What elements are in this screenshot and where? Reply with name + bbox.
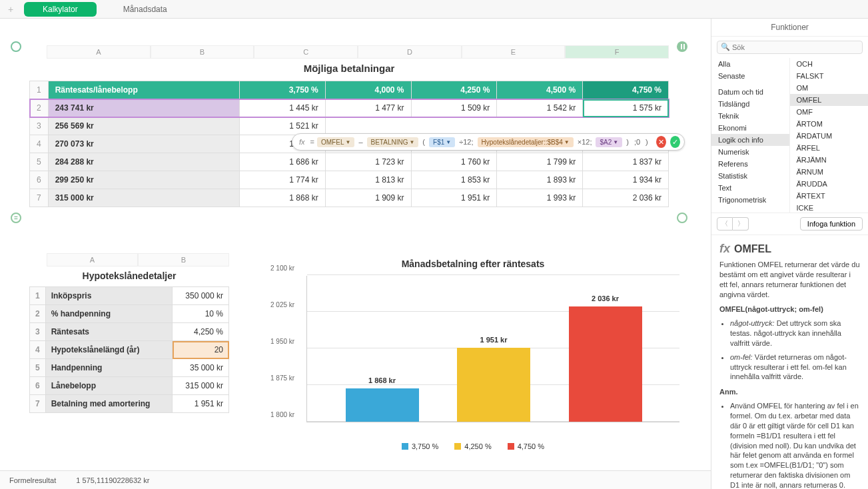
amount-cell[interactable]: 256 569 kr <box>48 117 239 135</box>
category-item[interactable]: Referens <box>711 158 789 170</box>
function-search-input[interactable] <box>717 41 863 54</box>
value-cell[interactable]: 1 951 kr <box>173 395 229 413</box>
function-list[interactable]: OCHFALSKTOMOMFELOMFÄRTOMÄRDATUMÄRFELÄRJÄ… <box>790 58 869 213</box>
row-number[interactable]: 2 <box>30 305 46 323</box>
label-cell[interactable]: Hypotekslånelängd (år) <box>45 341 173 359</box>
col-header-b[interactable]: B <box>151 45 254 59</box>
amount-cell[interactable]: 243 741 kr <box>48 99 239 117</box>
row-number[interactable]: 2 <box>30 99 49 117</box>
function-item[interactable]: OCH <box>790 58 869 70</box>
table-handle-icon[interactable] <box>11 41 21 52</box>
col-header-e[interactable]: E <box>462 45 566 59</box>
rate-cell[interactable]: 4,500 % <box>497 81 583 99</box>
col-header-f[interactable]: F <box>565 45 669 59</box>
category-list[interactable]: AllaSenasteDatum och tidTidslängdTeknikE… <box>711 58 790 213</box>
formula-ref-f1[interactable]: F$1▼ <box>429 137 455 147</box>
row-number[interactable]: 7 <box>30 395 46 413</box>
row-number[interactable]: 4 <box>30 135 49 153</box>
col-header-d[interactable]: D <box>358 45 462 59</box>
data-cell[interactable]: 1 521 kr <box>239 117 325 135</box>
data-cell[interactable]: 1 909 kr <box>325 189 411 207</box>
data-cell[interactable]: 1 837 kr <box>583 153 669 171</box>
category-item[interactable]: Datum och tid <box>711 86 789 98</box>
category-item[interactable]: Logik och info <box>711 134 789 146</box>
label-cell[interactable]: % handpenning <box>45 305 173 323</box>
row-number[interactable]: 1 <box>30 81 49 99</box>
formula-cancel-button[interactable]: ✕ <box>656 136 666 148</box>
data-cell[interactable]: 1 509 kr <box>411 99 497 117</box>
value-cell[interactable]: 35 000 kr <box>173 359 229 377</box>
label-cell[interactable]: Lånebelopp <box>45 377 173 395</box>
rate-cell[interactable]: 4,250 % <box>411 81 497 99</box>
label-cell[interactable]: Räntesats <box>45 323 173 341</box>
formula-token-omfel[interactable]: OMFEL▼ <box>317 137 354 147</box>
value-cell[interactable]: 350 000 kr <box>173 287 229 305</box>
row-number[interactable]: 5 <box>30 359 46 377</box>
formula-accept-button[interactable]: ✓ <box>670 136 680 148</box>
data-cell[interactable]: 1 723 kr <box>325 153 411 171</box>
function-item[interactable]: OM <box>790 82 869 94</box>
category-item[interactable]: Senaste <box>711 70 789 82</box>
col-header-a[interactable]: A <box>47 45 151 59</box>
value-cell[interactable]: 10 % <box>173 305 229 323</box>
category-item[interactable]: Numerisk <box>711 146 789 158</box>
formula-editor[interactable]: fx = OMFEL▼ – BETALNING▼ ( F$1▼ ÷12; Hyp… <box>292 133 685 151</box>
category-item[interactable]: Ekonomi <box>711 122 789 134</box>
data-cell[interactable]: 1 813 kr <box>325 171 411 189</box>
label-cell[interactable]: Betalning med amortering <box>45 395 173 413</box>
tab-kalkylator[interactable]: Kalkylator <box>24 2 97 17</box>
tab-manadsdata[interactable]: Månadsdata <box>105 2 186 17</box>
active-cell[interactable]: 1 575 kr <box>583 99 669 117</box>
help-forward-button[interactable]: 〉 <box>733 217 749 231</box>
header-cell[interactable]: Räntesats/lånebelopp <box>48 81 239 99</box>
function-item[interactable]: FALSKT <box>790 70 869 82</box>
category-item[interactable]: Tidslängd <box>711 98 789 110</box>
formula-token-betalning[interactable]: BETALNING▼ <box>367 137 419 147</box>
category-item[interactable]: Teknik <box>711 110 789 122</box>
function-item[interactable]: ÄRNUM <box>790 166 869 178</box>
label-cell[interactable]: Handpenning <box>45 359 173 377</box>
insert-function-button[interactable]: Infoga funktion <box>800 217 863 231</box>
formula-ref-a2[interactable]: $A2▼ <box>596 137 622 147</box>
data-cell[interactable]: 1 477 kr <box>325 99 411 117</box>
table-resize-handle[interactable] <box>677 213 687 223</box>
function-item[interactable]: ÄRUDDA <box>790 178 869 190</box>
value-cell[interactable]: 315 000 kr <box>173 377 229 395</box>
function-item[interactable]: ÄRFEL <box>790 142 869 154</box>
spreadsheet-canvas[interactable]: A B C D E F Möjliga betalningar 1 Räntes… <box>0 19 711 489</box>
data-cell[interactable]: 1 934 kr <box>583 171 669 189</box>
category-item[interactable]: Alla <box>711 58 789 70</box>
data-cell[interactable]: 1 893 kr <box>497 171 583 189</box>
amount-cell[interactable]: 284 288 kr <box>48 153 239 171</box>
data-cell[interactable]: 1 445 kr <box>239 99 325 117</box>
row-number[interactable]: 6 <box>30 171 49 189</box>
data-cell[interactable]: 1 760 kr <box>411 153 497 171</box>
row-number[interactable]: 3 <box>30 117 49 135</box>
add-sheet-button[interactable]: + <box>5 4 16 15</box>
col-header-c[interactable]: C <box>254 45 358 59</box>
row-number[interactable]: 7 <box>30 189 49 207</box>
data-cell[interactable]: 1 542 kr <box>497 99 583 117</box>
rate-cell-selected-col[interactable]: 4,750 % <box>583 81 669 99</box>
amount-cell[interactable]: 270 073 kr <box>48 135 239 153</box>
data-cell[interactable]: 1 686 kr <box>239 153 325 171</box>
amount-cell[interactable]: 299 250 kr <box>48 171 239 189</box>
data-cell[interactable]: 1 774 kr <box>239 171 325 189</box>
highlighted-ref-cell[interactable]: 20 <box>173 341 229 359</box>
col-header-a[interactable]: A <box>47 253 138 266</box>
value-cell[interactable]: 4,250 % <box>173 323 229 341</box>
row-number[interactable]: 4 <box>30 341 46 359</box>
row-number[interactable]: 5 <box>30 153 49 171</box>
function-item[interactable]: ÄRTEXT <box>790 190 869 202</box>
formula-ref-b4[interactable]: Hypotekslånedetaljer::$B$4▼ <box>478 137 574 147</box>
row-number[interactable]: 1 <box>30 287 46 305</box>
row-number[interactable]: 6 <box>30 377 46 395</box>
function-item[interactable]: OMFEL <box>790 94 869 106</box>
rate-cell[interactable]: 3,750 % <box>239 81 325 99</box>
data-cell[interactable]: 1 799 kr <box>497 153 583 171</box>
category-item[interactable]: Trigonometrisk <box>711 194 789 206</box>
label-cell[interactable]: Inköpspris <box>45 287 173 305</box>
amount-cell[interactable]: 315 000 kr <box>48 189 239 207</box>
row-number[interactable]: 3 <box>30 323 46 341</box>
data-cell[interactable]: 1 853 kr <box>411 171 497 189</box>
